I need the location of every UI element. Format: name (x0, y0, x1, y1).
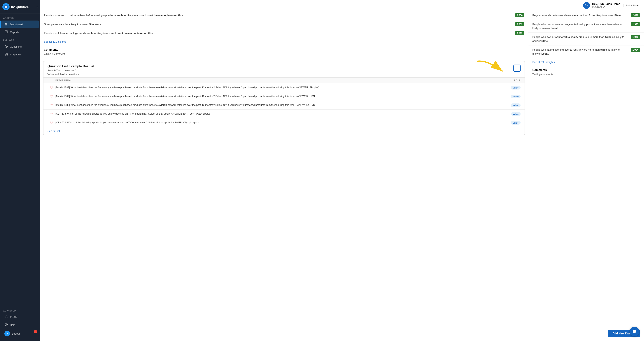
sidebar-item-logout[interactable]: CS Logout 24 (1, 329, 39, 339)
table-header: DESCRIPTION ROLE (44, 77, 524, 83)
search-term-label: Search Term: (48, 69, 64, 72)
see-all-insights-right-link[interactable]: See all 599 insights (528, 58, 644, 66)
explore-section: EXPLORE ? Questions Segments (0, 36, 40, 58)
sidebar-item-questions[interactable]: ? Questions (1, 43, 39, 50)
right-insight-score: 1.934 (631, 48, 640, 52)
insight-item: Grandparents are less likely to answer S… (40, 20, 528, 29)
svg-point-12 (6, 316, 7, 317)
left-panel: People who research online reviews befor… (40, 11, 528, 341)
insight-text: People who research online reviews befor… (44, 13, 512, 17)
logout-link[interactable]: LOGOUT ↗ (592, 5, 621, 8)
dashlet-search-term: Search Term: "television" (48, 69, 94, 72)
dashlet-menu-button[interactable]: ⋮ (514, 64, 520, 72)
sidebar-collapse-button[interactable]: ‹ (36, 5, 38, 8)
table-row: ♡ [Matrix 1389] What best describes the … (44, 83, 524, 92)
insight-item: People who follow technology trends are … (40, 29, 528, 38)
insight-text: Grandparents are less likely to answer S… (44, 22, 512, 26)
table-row: ♡ [Matrix 1389] What best describes the … (44, 101, 524, 110)
explore-section-label: EXPLORE (0, 36, 40, 43)
role-badge: Value (511, 112, 520, 116)
dashlet-container: Question List Example Dashlet Search Ter… (43, 61, 525, 135)
comments-title: Comments (44, 48, 524, 51)
svg-rect-9 (6, 53, 8, 54)
dashlet-title-area: Question List Example Dashlet Search Ter… (48, 64, 94, 76)
logout-label: Logout (12, 332, 20, 335)
svg-rect-10 (5, 54, 6, 55)
right-insight-text: People who own or want a virtual reality… (532, 35, 628, 43)
user-avatar: CN (583, 2, 590, 9)
role-badge: Value (511, 103, 520, 107)
favorite-icon[interactable]: ♡ (50, 94, 53, 98)
sidebar-item-dashboard[interactable]: ⊞ Dashboard (1, 20, 39, 28)
advanced-section-label: ADVANCED (0, 307, 40, 313)
table-row: ♡ [CB 4603] Which of the following sport… (44, 118, 524, 127)
favorite-icon[interactable]: ♡ (50, 112, 53, 116)
right-insight-text: People who attend sporting events regula… (532, 48, 628, 56)
add-dashlet-area: Add New Dashlet (528, 326, 644, 341)
role-badge: Value (511, 86, 520, 89)
logo-icon: CS (2, 3, 10, 10)
user-info: CN Hey, Cyn Sales Demo! LOGOUT ↗ Sales D… (583, 2, 640, 9)
profile-label: Profile (10, 316, 17, 319)
insight-text: People who follow technology trends are … (44, 31, 512, 35)
role-badge: Value (511, 121, 520, 125)
top-bar: CN Hey, Cyn Sales Demo! LOGOUT ↗ Sales D… (40, 0, 644, 11)
user-initials: CN (585, 4, 588, 7)
profile-icon (4, 315, 8, 319)
help-label: Help (10, 324, 15, 327)
sidebar-item-help[interactable]: ? Help (1, 321, 39, 329)
svg-text:CS: CS (5, 6, 8, 8)
questions-icon: ? (4, 45, 8, 48)
analyze-section: ANALYZE ⊞ Dashboard Reports (0, 14, 40, 36)
right-insight-item: Regular upscale restaurant diners are mo… (528, 11, 644, 20)
favorite-icon[interactable]: ♡ (50, 86, 53, 89)
svg-text:?: ? (6, 46, 7, 47)
favorite-icon[interactable]: ♡ (50, 103, 53, 107)
right-panel: Regular upscale restaurant diners are mo… (528, 11, 644, 341)
sidebar-item-segments[interactable]: Segments (1, 51, 39, 58)
right-insight-score: 2.428 (631, 13, 640, 17)
right-insight-score: 1.940 (631, 35, 640, 39)
right-insight-text: People who own or want an augmented real… (532, 22, 628, 30)
chat-fab-button[interactable] (630, 327, 639, 336)
dashboard-label: Dashboard (10, 23, 23, 26)
questions-label: Questions (10, 45, 22, 48)
row-description: [Matrix 1389] What best describes the fr… (56, 103, 505, 107)
favorite-icon[interactable]: ♡ (50, 121, 53, 125)
right-insight-item: People who own or want a virtual reality… (528, 33, 644, 45)
right-insight-score: 1.993 (631, 22, 640, 26)
see-all-insights-link[interactable]: See all 421 insights (40, 38, 528, 46)
main-content: CN Hey, Cyn Sales Demo! LOGOUT ↗ Sales D… (40, 0, 644, 341)
insight-score: 0.556 (515, 13, 524, 17)
table-row: ♡ [Matrix 1389] What best describes the … (44, 92, 524, 101)
right-comments-text: Testing comments (532, 73, 640, 76)
dashboard-icon: ⊞ (4, 22, 8, 26)
dashlet-header: Question List Example Dashlet Search Ter… (44, 61, 524, 77)
right-insight-item: People who attend sporting events regula… (528, 45, 644, 58)
insight-score: 0.552 (515, 22, 524, 26)
sidebar-item-reports[interactable]: Reports (1, 28, 39, 36)
app-name: InsightStore (11, 5, 29, 8)
see-full-list-link[interactable]: See full list (44, 127, 524, 135)
svg-rect-11 (6, 54, 8, 55)
segments-icon (4, 53, 8, 56)
segments-label: Segments (10, 53, 22, 56)
col-heart (48, 79, 56, 81)
table-row: ♡ [CB 4603] Which of the following sport… (44, 110, 524, 118)
row-description: [CB 4603] Which of the following sports … (56, 121, 505, 125)
sidebar: CS InsightStore ‹ ANALYZE ⊞ Dashboard Re… (0, 0, 40, 341)
user-details: Hey, Cyn Sales Demo! LOGOUT ↗ (592, 2, 621, 8)
sidebar-item-profile[interactable]: Profile (1, 313, 39, 321)
comments-text: This is a comment. (44, 52, 524, 55)
right-insight-text: Regular upscale restaurant diners are mo… (532, 13, 628, 17)
svg-text:?: ? (6, 324, 7, 326)
insight-score: 0.512 (515, 31, 524, 35)
row-description: [CB 4603] Which of the following sports … (56, 112, 505, 116)
right-comments-title: Comments (532, 68, 640, 71)
advanced-section: ADVANCED Profile ? Help CS Logout 24 (0, 307, 40, 341)
role-badge: Value (511, 95, 520, 98)
reports-label: Reports (10, 31, 19, 34)
col-description: DESCRIPTION (56, 79, 505, 81)
insight-item: People who research online reviews befor… (40, 11, 528, 20)
search-term-value: "television" (64, 69, 76, 72)
